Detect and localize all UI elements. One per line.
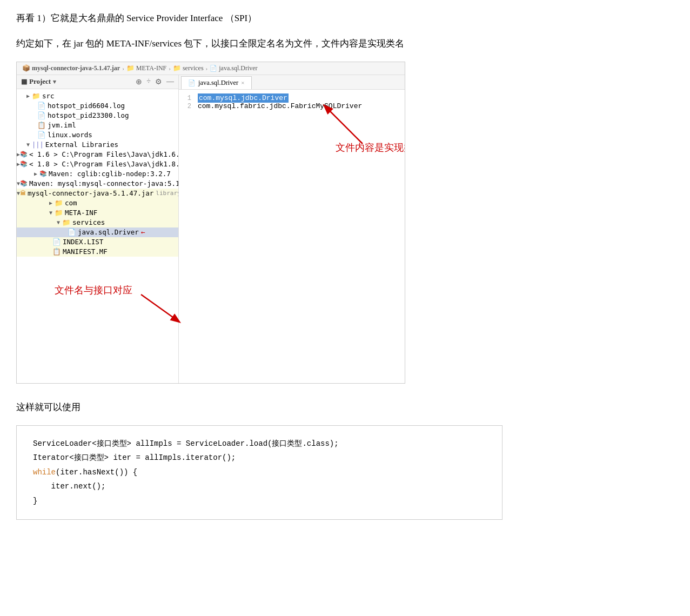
editor-content: 1 com.mysql.jdbc.Driver 2 com.mysql.fabr… xyxy=(179,90,405,383)
minimize-icon[interactable]: — xyxy=(166,77,174,86)
tree-item-metainf[interactable]: ▼ 📁 META-INF xyxy=(17,208,178,218)
keyword-while: while xyxy=(33,468,56,477)
jar-icon-mysql: 🏛 xyxy=(20,190,26,197)
tree-label-jdk18: < 1.8 > C:\Program Files\Java\jdk1.8.0_9… xyxy=(29,160,178,168)
conclusion-text: 这样就可以使用 xyxy=(16,400,674,416)
tree-label-jdk16: < 1.6 > C:\Program Files\Java\jdk1.6.0_4… xyxy=(29,150,178,158)
folder-icon-services: 📁 xyxy=(173,64,181,72)
tree-item-hotspot2[interactable]: 📄 hotspot_pid23300.log xyxy=(17,111,178,120)
lib-icon-jdk18: 📚 xyxy=(20,160,28,168)
breadcrumb-driver-label: java.sql.Driver xyxy=(219,64,257,72)
project-toolbar: ▦ Project ▾ ⊕ ÷ ⚙ — xyxy=(17,75,178,89)
editor-panel: 📄 java.sql.Driver × 1 com.mysql.jdbc.Dri… xyxy=(179,75,405,383)
tree-label-driver: java.sql.Driver xyxy=(78,228,139,236)
tab-label: java.sql.Driver xyxy=(198,79,238,87)
extlib-icon: ||| xyxy=(32,141,44,149)
tree-item-indexlist[interactable]: 📄 INDEX.LIST xyxy=(17,237,178,247)
breadcrumb-file: 📄 java.sql.Driver xyxy=(210,64,257,72)
tree-item-mysqljar[interactable]: ▼ 🏛 mysql-connector-java-5.1.47.jar libr… xyxy=(17,189,178,198)
tree-item-hotspot1[interactable]: 📄 hotspot_pid6604.log xyxy=(17,101,178,111)
project-icon: ▦ xyxy=(21,78,27,86)
editor-tabs: 📄 java.sql.Driver × xyxy=(179,75,405,90)
arrow-services: ▼ xyxy=(55,219,62,225)
tree-item-mysql[interactable]: ▼ 📚 Maven: mysql:mysql-connector-java:5.… xyxy=(17,179,178,189)
svg-line-1 xyxy=(325,106,363,144)
tree-content: ▶ 📁 src 📄 hotspot_pid6604.log 📄 hotsp xyxy=(17,89,178,383)
code-text-1: com.mysql.jdbc.Driver xyxy=(198,94,289,102)
breadcrumb-sep3: › xyxy=(206,65,208,71)
project-label: ▦ Project ▾ xyxy=(21,77,56,86)
file-icon-linux: 📄 xyxy=(37,131,46,139)
ide-main: ▦ Project ▾ ⊕ ÷ ⚙ — ▶ 📁 src xyxy=(17,75,405,383)
code-text-while: (iter.hasNext()) { xyxy=(56,468,137,477)
file-icon-indexlist: 📄 xyxy=(52,238,61,246)
breadcrumb-folder2: 📁 services xyxy=(173,64,204,72)
file-icon-hotspot1: 📄 xyxy=(37,102,46,110)
gear-icon[interactable]: ⚙ xyxy=(155,77,162,86)
ide-container: 📦 mysql-connector-java-5.1.47.jar › 📁 ME… xyxy=(16,62,405,384)
file-icon-hotspot2: 📄 xyxy=(37,111,46,119)
folder-icon-com: 📁 xyxy=(55,199,63,207)
tree-label-manifest: MANIFEST.MF xyxy=(63,247,108,256)
project-panel: ▦ Project ▾ ⊕ ÷ ⚙ — ▶ 📁 src xyxy=(17,75,179,383)
breadcrumb-jar: 📦 mysql-connector-java-5.1.47.jar xyxy=(22,64,120,72)
add-icon[interactable]: ⊕ xyxy=(136,77,142,86)
tree-item-driver[interactable]: 📄 java.sql.Driver ← xyxy=(17,227,178,237)
arrow-src: ▶ xyxy=(24,93,32,99)
breadcrumb-metainf-label: META-INF xyxy=(136,64,166,72)
tree-label-com: com xyxy=(65,199,77,207)
folder-icon-metainf-tree: 📁 xyxy=(55,209,63,217)
project-label-text: Project xyxy=(29,77,51,86)
red-arrow-right-icon: ← xyxy=(141,228,145,236)
tree-label-services: services xyxy=(72,218,105,226)
tree-item-src[interactable]: ▶ 📁 src xyxy=(17,91,178,101)
tab-close-button[interactable]: × xyxy=(241,79,244,86)
tree-item-linux[interactable]: 📄 linux.words xyxy=(17,130,178,140)
tree-item-extlibs[interactable]: ▼ ||| External Libraries xyxy=(17,140,178,150)
file-icon-driver-bc: 📄 xyxy=(210,65,217,72)
line-num-2: 2 xyxy=(179,103,198,110)
tree-item-jdk16[interactable]: ▶ 📚 < 1.6 > C:\Program Files\Java\jdk1.6… xyxy=(17,150,178,159)
code-text-next: iter.next(); xyxy=(33,482,105,491)
code-selected-1: com.mysql.jdbc.Driver xyxy=(198,93,289,103)
breadcrumb-jar-label: mysql-connector-java-5.1.47.jar xyxy=(32,64,120,72)
tree-item-jdk18[interactable]: ▶ 📚 < 1.8 > C:\Program Files\Java\jdk1.8… xyxy=(17,159,178,169)
file-icon-jvm: 📋 xyxy=(37,121,46,129)
jar-icon: 📦 xyxy=(22,64,30,72)
tree-label-hotspot2: hotspot_pid23300.log xyxy=(48,111,129,119)
tree-label-indexlist: INDEX.LIST xyxy=(63,238,103,246)
tree-item-services[interactable]: ▼ 📁 services xyxy=(17,218,178,227)
breadcrumb-bar: 📦 mysql-connector-java-5.1.47.jar › 📁 ME… xyxy=(17,62,405,75)
folder-icon-services-tree: 📁 xyxy=(62,218,71,226)
arrow-cglib: ▶ xyxy=(32,171,39,177)
tree-item-com[interactable]: ▶ 📁 com xyxy=(17,198,178,208)
split-icon[interactable]: ÷ xyxy=(146,77,151,86)
code-line-while: while(iter.hasNext()) { xyxy=(33,465,486,480)
folder-icon-metainf: 📁 xyxy=(126,64,135,72)
dropdown-arrow-icon[interactable]: ▾ xyxy=(53,78,56,85)
tree-label-mysqljar: mysql-connector-java-5.1.47.jar xyxy=(28,189,153,197)
tree-item-manifest[interactable]: 📋 MANIFEST.MF xyxy=(17,247,178,257)
breadcrumb-sep1: › xyxy=(122,65,124,71)
lib-icon-cglib: 📚 xyxy=(39,170,47,177)
tab-file-icon: 📄 xyxy=(188,79,196,86)
code-line-serviceloader: ServiceLoader<接口类型> allImpls = ServiceLo… xyxy=(33,437,486,451)
annotation-file-content: 文件内容是实现类名 xyxy=(319,95,405,162)
code-line-close: } xyxy=(33,494,486,508)
file-icon-driver: 📄 xyxy=(68,228,76,236)
tree-item-jvm[interactable]: 📋 jvm.iml xyxy=(17,120,178,130)
tree-item-cglib[interactable]: ▶ 📚 Maven: cglib:cglib-nodep:3.2.7 xyxy=(17,169,178,179)
arrow-metainf: ▼ xyxy=(47,210,55,216)
lib-icon-jdk16: 📚 xyxy=(20,151,28,158)
intro-line2: 约定如下，在 jar 包的 META-INF/services 包下，以接口全限… xyxy=(16,36,674,52)
code-text-serviceloader: ServiceLoader<接口类型> allImpls = ServiceLo… xyxy=(33,439,339,448)
arrow-com: ▶ xyxy=(47,200,55,206)
arrow-extlibs: ▼ xyxy=(24,142,32,148)
tree-label-extlibs: External Libraries xyxy=(45,140,118,149)
tree-label-src: src xyxy=(42,92,55,100)
code-line-next: iter.next(); xyxy=(33,479,486,494)
editor-tab-driver[interactable]: 📄 java.sql.Driver × xyxy=(181,76,252,89)
tree-label-linux: linux.words xyxy=(48,131,92,139)
annotation-content-label: 文件内容是实现类名 xyxy=(336,141,405,154)
breadcrumb-services-label: services xyxy=(183,64,204,72)
